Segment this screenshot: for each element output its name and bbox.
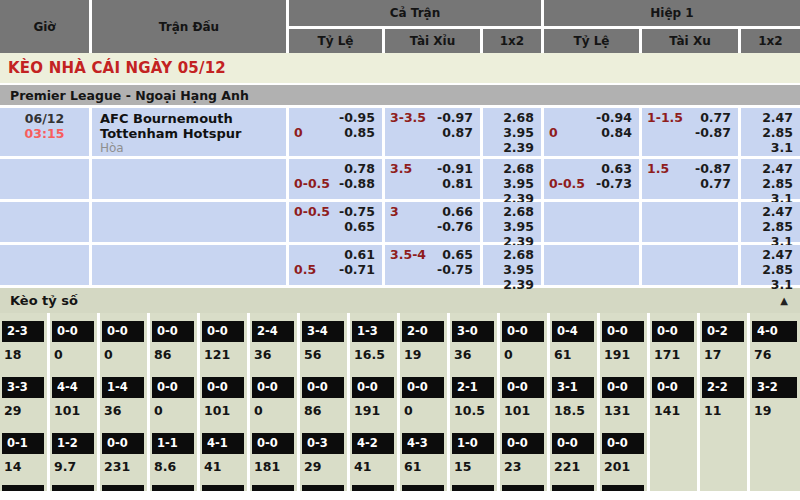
h1-1x2-cell[interactable]: 2.472.853.1 bbox=[741, 245, 800, 285]
score-cell[interactable]: 0-0 bbox=[652, 321, 694, 342]
score-cell[interactable]: 0-0 bbox=[602, 321, 644, 342]
h1-overunder-cell[interactable]: 1-1.50.77-0.87 bbox=[642, 108, 738, 156]
score-cell[interactable] bbox=[102, 485, 144, 491]
score-cell[interactable]: 0-0 bbox=[652, 377, 694, 398]
score-cell[interactable] bbox=[2, 485, 44, 491]
header-h1-overunder: Tài Xu bbox=[642, 29, 738, 53]
score-cell[interactable] bbox=[252, 485, 294, 491]
h1-1x2-cell[interactable]: 2.472.853.1 bbox=[741, 159, 800, 199]
h1-1x2-cell[interactable]: 2.472.853.1 bbox=[741, 202, 800, 242]
score-cell[interactable] bbox=[602, 485, 644, 491]
score-cell[interactable]: 3-4 bbox=[302, 321, 344, 342]
score-cell[interactable]: 0-0 bbox=[202, 321, 244, 342]
ft-handicap-cell[interactable]: -0.9500.85 bbox=[289, 108, 382, 156]
header-ft-handicap: Tỷ Lệ bbox=[289, 29, 382, 53]
score-cell[interactable]: 2-2 bbox=[702, 377, 744, 398]
score-cell[interactable]: 4-4 bbox=[52, 377, 94, 398]
score-cell[interactable]: 0-0 bbox=[252, 377, 294, 398]
score-slot: 0-0191 bbox=[350, 369, 400, 425]
h1-1x2-cell[interactable]: 2.472.853.1 bbox=[741, 108, 800, 156]
score-cell[interactable] bbox=[52, 485, 94, 491]
score-cell[interactable]: 0-0 bbox=[302, 377, 344, 398]
score-odds-value: 11 bbox=[702, 398, 744, 424]
score-cell[interactable] bbox=[402, 485, 444, 491]
h1-handicap-cell[interactable]: -0.9400.84 bbox=[544, 108, 639, 156]
score-cell[interactable]: 0-3 bbox=[302, 433, 344, 454]
score-cell[interactable]: 4-1 bbox=[202, 433, 244, 454]
score-row: 3-3294-41011-4360-000-01010-000-0860-019… bbox=[0, 369, 800, 425]
score-cell[interactable]: 1-3 bbox=[352, 321, 394, 342]
h1-overunder-cell[interactable]: 1.5-0.870.77 bbox=[642, 159, 738, 199]
score-cell[interactable]: 4-2 bbox=[352, 433, 394, 454]
ft-1x2-cell[interactable]: 2.683.952.39 bbox=[483, 108, 541, 156]
score-cell[interactable]: 2-1 bbox=[452, 377, 494, 398]
score-cell[interactable]: 1-4 bbox=[102, 377, 144, 398]
h1-handicap-cell[interactable] bbox=[544, 245, 639, 285]
score-odds-value: 101 bbox=[52, 398, 94, 424]
ft-1x2-cell[interactable]: 2.683.952.39 bbox=[483, 202, 541, 242]
score-cell[interactable] bbox=[502, 485, 544, 491]
ft-handicap-cell[interactable]: 0-0.5-0.750.65 bbox=[289, 202, 382, 242]
score-cell[interactable]: 3-0 bbox=[452, 321, 494, 342]
score-cell[interactable]: 0-0 bbox=[252, 433, 294, 454]
score-slot: 3-118.5 bbox=[550, 369, 600, 425]
score-cell[interactable] bbox=[302, 485, 344, 491]
score-cell[interactable]: 0-0 bbox=[502, 321, 544, 342]
score-slot bbox=[50, 481, 100, 491]
ft-handicap-cell[interactable]: 0.780-0.5-0.88 bbox=[289, 159, 382, 199]
ft-1x2-cell[interactable]: 2.683.952.39 bbox=[483, 245, 541, 285]
score-cell[interactable]: 0-0 bbox=[152, 321, 194, 342]
ft-handicap-cell[interactable]: 0.610.5-0.71 bbox=[289, 245, 382, 285]
score-odds-value: 41 bbox=[202, 454, 244, 480]
h1-handicap-cell[interactable]: 0.630-0.5-0.73 bbox=[544, 159, 639, 199]
score-cell[interactable]: 0-4 bbox=[552, 321, 594, 342]
score-cell[interactable] bbox=[202, 485, 244, 491]
score-cell[interactable]: 0-0 bbox=[502, 433, 544, 454]
score-cell[interactable] bbox=[152, 485, 194, 491]
score-cell[interactable]: 0-0 bbox=[602, 433, 644, 454]
score-slot: 1-436 bbox=[100, 369, 150, 425]
score-cell[interactable]: 0-0 bbox=[102, 321, 144, 342]
score-cell[interactable]: 2-3 bbox=[2, 321, 44, 342]
score-cell[interactable] bbox=[452, 485, 494, 491]
score-cell[interactable]: 4-0 bbox=[752, 321, 797, 342]
score-cell[interactable]: 1-1 bbox=[152, 433, 194, 454]
score-cell[interactable]: 3-1 bbox=[552, 377, 594, 398]
score-cell[interactable]: 0-0 bbox=[502, 377, 544, 398]
ft-overunder-cell[interactable]: 3.5-40.65-0.75 bbox=[385, 245, 480, 285]
score-cell[interactable] bbox=[552, 485, 594, 491]
h1-overunder-cell[interactable] bbox=[642, 202, 738, 242]
score-cell[interactable]: 3-3 bbox=[2, 377, 44, 398]
ft-overunder-cell[interactable]: 30.66-0.76 bbox=[385, 202, 480, 242]
h1-handicap-cell[interactable] bbox=[544, 202, 639, 242]
ft-overunder-cell[interactable]: 3.5-0.910.81 bbox=[385, 159, 480, 199]
score-cell[interactable]: 0-2 bbox=[702, 321, 744, 342]
score-odds-value: 86 bbox=[152, 342, 194, 368]
score-cell[interactable]: 0-0 bbox=[102, 433, 144, 454]
odds-line: 2.47 bbox=[741, 247, 800, 262]
score-cell[interactable]: 4-3 bbox=[402, 433, 444, 454]
score-row-partial bbox=[0, 481, 800, 491]
ft-1x2-cell[interactable]: 2.683.952.39 bbox=[483, 159, 541, 199]
score-slot bbox=[600, 481, 650, 491]
score-cell[interactable]: 0-0 bbox=[202, 377, 244, 398]
score-cell[interactable]: 1-2 bbox=[52, 433, 94, 454]
score-cell[interactable]: 0-0 bbox=[552, 433, 594, 454]
score-cell[interactable] bbox=[352, 485, 394, 491]
h1-overunder-cell[interactable] bbox=[642, 245, 738, 285]
score-cell[interactable]: 0-0 bbox=[402, 377, 444, 398]
score-cell[interactable]: 2-4 bbox=[252, 321, 294, 342]
ft-overunder-cell[interactable]: 3-3.5-0.970.87 bbox=[385, 108, 480, 156]
score-cell[interactable]: 0-0 bbox=[602, 377, 644, 398]
score-cell[interactable]: 0-0 bbox=[52, 321, 94, 342]
odds-line: 2.47 bbox=[741, 161, 800, 176]
collapse-arrow-icon[interactable]: ▲ bbox=[780, 295, 788, 306]
score-cell[interactable]: 0-0 bbox=[152, 377, 194, 398]
odds-line: 2.47 bbox=[741, 204, 800, 219]
score-cell[interactable]: 3-2 bbox=[752, 377, 797, 398]
score-cell[interactable]: 0-1 bbox=[2, 433, 44, 454]
match-time-cell bbox=[0, 159, 89, 199]
score-cell[interactable]: 0-0 bbox=[352, 377, 394, 398]
score-cell[interactable]: 2-0 bbox=[402, 321, 444, 342]
score-cell[interactable]: 1-0 bbox=[452, 433, 494, 454]
